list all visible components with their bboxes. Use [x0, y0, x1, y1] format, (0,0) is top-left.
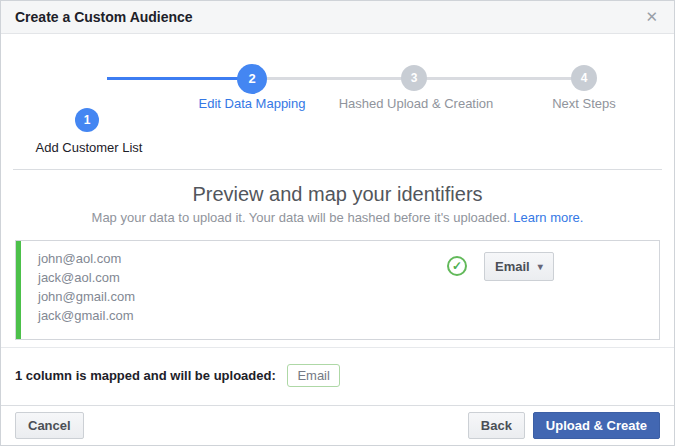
wizard-stepper: 1 2 3 4 Add Customer List Edit Data Mapp…: [1, 34, 674, 169]
mapped-column-badge: Email: [287, 364, 340, 387]
section-heading: Preview and map your identifiers: [1, 183, 674, 206]
identifier-row: jack@gmail.com: [38, 306, 659, 325]
back-button[interactable]: Back: [468, 412, 525, 439]
step-4-circle: 4: [571, 65, 597, 91]
close-icon[interactable]: ✕: [645, 8, 658, 26]
dropdown-value: Email: [495, 259, 530, 274]
step-1-circle: 1: [75, 108, 99, 132]
valid-check-icon: ✓: [447, 256, 467, 276]
section-subtext: Map your data to upload it. Your data wi…: [1, 210, 674, 225]
identifier-rows: john@aol.com jack@aol.com john@gmail.com…: [16, 241, 659, 325]
identifier-row: john@aol.com: [38, 249, 659, 268]
learn-more-link[interactable]: Learn more.: [513, 210, 583, 225]
identifier-row: jack@aol.com: [38, 268, 659, 287]
step-2-circle: 2: [237, 64, 267, 94]
progress-fill: [107, 77, 252, 80]
identifier-type-dropdown[interactable]: Email ▾: [484, 252, 554, 281]
dialog-header: Create a Custom Audience ✕: [1, 1, 674, 34]
mapped-summary: 1 column is mapped and will be uploaded:…: [1, 348, 674, 387]
subtext-text: Map your data to upload it. Your data wi…: [92, 210, 511, 225]
dialog-footer: Cancel Back Upload & Create: [1, 405, 674, 445]
stepper-divider: [13, 169, 662, 170]
step-4-label: Next Steps: [514, 96, 654, 111]
identifier-row: john@gmail.com: [38, 287, 659, 306]
step-3-circle: 3: [401, 65, 427, 91]
chevron-down-icon: ▾: [538, 261, 543, 272]
create-custom-audience-dialog: Create a Custom Audience ✕ 1 2 3 4 Add C…: [0, 0, 675, 446]
cancel-button[interactable]: Cancel: [15, 412, 84, 439]
dialog-title: Create a Custom Audience: [15, 9, 193, 25]
upload-and-create-button[interactable]: Upload & Create: [533, 412, 660, 439]
footer-right-group: Back Upload & Create: [468, 412, 660, 439]
step-1-label: Add Customer List: [9, 140, 169, 155]
data-preview-box: john@aol.com jack@aol.com john@gmail.com…: [15, 240, 660, 340]
mapped-summary-text: 1 column is mapped and will be uploaded:: [15, 368, 276, 383]
mapped-column-indicator: [16, 241, 21, 339]
step-3-label: Hashed Upload & Creation: [306, 96, 526, 111]
